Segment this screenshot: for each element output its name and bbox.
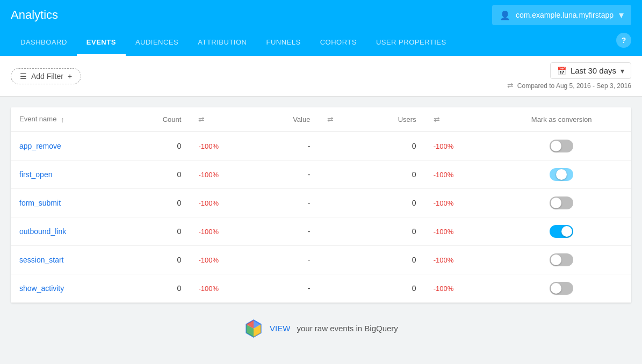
conversion-toggle[interactable] [550, 168, 573, 181]
header: Analytics 👤 com.example.luna.myfirstapp … [0, 0, 642, 30]
add-icon: + [68, 72, 72, 81]
count-cell: 0 [126, 160, 190, 188]
col-event-name: Event name ↑ [11, 107, 126, 132]
conversion-toggle[interactable] [550, 225, 573, 238]
value-cell: - [257, 160, 319, 188]
value-cell: - [257, 245, 319, 274]
count-change-cell: -100% [190, 245, 257, 274]
value-compare-cell [319, 274, 361, 302]
count-change-cell: -100% [190, 188, 257, 217]
add-filter-label: Add Filter [31, 72, 63, 81]
conversion-toggle[interactable] [550, 282, 573, 295]
col-users-compare: ⇄ [425, 107, 492, 132]
app-icon: 👤 [500, 10, 510, 20]
col-value: Value [257, 107, 319, 132]
chevron-down-icon: ▾ [621, 67, 624, 75]
event-link[interactable]: form_submit [19, 199, 61, 207]
conversion-toggle-cell [492, 217, 631, 245]
users-change-cell: -100% [425, 132, 492, 160]
sort-icon: ↑ [61, 115, 64, 124]
users-change-cell: -100% [425, 217, 492, 245]
calendar-icon: 📅 [557, 67, 566, 75]
table-row: first_open0-100%-0-100% [11, 160, 631, 188]
bigquery-logo [244, 319, 263, 338]
table-row: app_remove0-100%-0-100% [11, 132, 631, 160]
table-row: outbound_link0-100%-0-100% [11, 217, 631, 245]
add-filter-button[interactable]: ☰ Add Filter + [11, 68, 81, 84]
nav-item-audiences[interactable]: AUDIENCES [126, 30, 188, 56]
conversion-toggle-cell [492, 274, 631, 302]
filter-icon: ☰ [20, 72, 27, 81]
nav-item-events[interactable]: EVENTS [77, 30, 126, 56]
col-users: Users [361, 107, 424, 132]
conversion-toggle[interactable] [550, 253, 573, 266]
date-range-picker[interactable]: 📅 Last 30 days ▾ [550, 62, 631, 79]
conversion-toggle-cell [492, 188, 631, 217]
table-row: session_start0-100%-0-100% [11, 245, 631, 274]
users-change-cell: -100% [425, 160, 492, 188]
conversion-toggle-cell [492, 132, 631, 160]
conversion-toggle-cell [492, 160, 631, 188]
compare-label: Compared to Aug 5, 2016 - Sep 3, 2016 [517, 82, 631, 90]
help-button[interactable]: ? [616, 33, 631, 48]
count-cell: 0 [126, 132, 190, 160]
value-compare-cell [319, 160, 361, 188]
users-cell: 0 [361, 160, 424, 188]
value-cell: - [257, 188, 319, 217]
col-value-compare: ⇄ [319, 107, 361, 132]
conversion-toggle[interactable] [550, 196, 573, 209]
event-link[interactable]: app_remove [19, 142, 61, 150]
count-cell: 0 [126, 245, 190, 274]
col-count: Count [126, 107, 190, 132]
bigquery-view-link[interactable]: VIEW [270, 324, 290, 333]
users-change-cell: -100% [425, 245, 492, 274]
date-range-section: 📅 Last 30 days ▾ ⇄ Compared to Aug 5, 20… [507, 62, 632, 90]
filter-bar: ☰ Add Filter + 📅 Last 30 days ▾ ⇄ Compar… [0, 56, 642, 97]
users-change-cell: -100% [425, 188, 492, 217]
app-selector[interactable]: 👤 com.example.luna.myfirstapp ▾ [492, 5, 631, 25]
nav-item-cohorts[interactable]: COHORTS [311, 30, 366, 56]
users-cell: 0 [361, 274, 424, 302]
value-compare-cell [319, 132, 361, 160]
count-cell: 0 [126, 188, 190, 217]
events-table: Event name ↑ Count ⇄ Value ⇄ Users ⇄ Mar… [11, 107, 631, 303]
date-range-label: Last 30 days [571, 66, 616, 75]
value-cell: - [257, 132, 319, 160]
chevron-down-icon: ▾ [619, 9, 624, 21]
count-change-cell: -100% [190, 132, 257, 160]
value-cell: - [257, 274, 319, 302]
users-cell: 0 [361, 217, 424, 245]
conversion-toggle[interactable] [550, 140, 573, 152]
count-cell: 0 [126, 217, 190, 245]
compare-icon: ⇄ [507, 81, 514, 90]
bigquery-description: your raw events in BigQuery [297, 324, 398, 333]
nav-item-funnels[interactable]: FUNNELS [256, 30, 310, 56]
col-count-compare: ⇄ [190, 107, 257, 132]
table-row: form_submit0-100%-0-100% [11, 188, 631, 217]
users-cell: 0 [361, 132, 424, 160]
app-title: Analytics [11, 8, 58, 22]
conversion-toggle-cell [492, 245, 631, 274]
nav-item-user-properties[interactable]: USER PROPERTIES [366, 30, 456, 56]
bigquery-footer: VIEW your raw events in BigQuery [0, 308, 642, 349]
value-compare-cell [319, 188, 361, 217]
main-nav: DASHBOARD EVENTS AUDIENCES ATTRIBUTION F… [0, 30, 642, 56]
col-mark-as-conversion: Mark as conversion [492, 107, 631, 132]
event-link[interactable]: outbound_link [19, 227, 66, 236]
compare-text: ⇄ Compared to Aug 5, 2016 - Sep 3, 2016 [507, 81, 632, 90]
nav-item-attribution[interactable]: ATTRIBUTION [188, 30, 256, 56]
table-row: show_activity0-100%-0-100% [11, 274, 631, 302]
event-link[interactable]: first_open [19, 170, 52, 179]
value-compare-cell [319, 217, 361, 245]
count-cell: 0 [126, 274, 190, 302]
users-cell: 0 [361, 245, 424, 274]
app-name: com.example.luna.myfirstapp [516, 11, 614, 19]
nav-item-dashboard[interactable]: DASHBOARD [11, 30, 77, 56]
count-change-cell: -100% [190, 274, 257, 302]
value-cell: - [257, 217, 319, 245]
event-link[interactable]: session_start [19, 256, 63, 264]
value-compare-cell [319, 245, 361, 274]
count-change-cell: -100% [190, 217, 257, 245]
event-link[interactable]: show_activity [19, 284, 64, 293]
users-cell: 0 [361, 188, 424, 217]
